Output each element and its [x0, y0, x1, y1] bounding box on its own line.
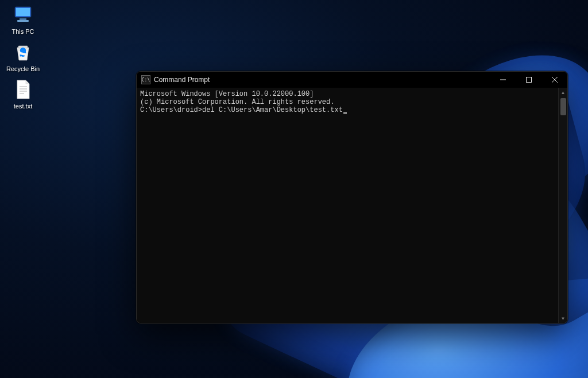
minimize-button[interactable]: [490, 72, 516, 88]
maximize-button[interactable]: [516, 72, 541, 88]
scroll-up-arrow-icon[interactable]: ▲: [559, 88, 567, 97]
terminal-output[interactable]: Microsoft Windows [Version 10.0.22000.10…: [137, 88, 558, 323]
desktop-icon-recycle-bin[interactable]: Recycle Bin: [2, 40, 44, 73]
maximize-icon: [526, 77, 532, 83]
recycle-bin-label: Recycle Bin: [6, 65, 40, 72]
command-prompt-window: C:\ Command Prompt Microsoft Windows [Ve…: [136, 71, 568, 324]
terminal-command: del C:\Users\Amar\Desktop\test.txt: [202, 106, 343, 114]
this-pc-label: This PC: [11, 28, 34, 35]
recycle-bin-icon: [11, 41, 34, 64]
this-pc-icon: [11, 3, 34, 26]
titlebar[interactable]: C:\ Command Prompt: [137, 72, 567, 88]
close-button[interactable]: [541, 72, 567, 88]
scrollbar[interactable]: ▲ ▼: [558, 88, 567, 323]
window-controls: [490, 72, 567, 88]
close-icon: [552, 77, 558, 83]
window-title: Command Prompt: [154, 76, 210, 84]
svg-rect-2: [20, 18, 26, 20]
desktop-icon-testtxt[interactable]: test.txt: [2, 77, 44, 111]
cmd-icon: C:\: [141, 75, 150, 84]
terminal-line: Microsoft Windows [Version 10.0.22000.10…: [140, 90, 555, 98]
terminal-prompt: C:\Users\droid>: [140, 106, 202, 114]
desktop-icon-this-pc[interactable]: This PC: [2, 2, 44, 36]
scroll-thumb[interactable]: [560, 98, 566, 115]
scroll-down-arrow-icon[interactable]: ▼: [559, 314, 567, 323]
svg-rect-1: [16, 8, 30, 16]
svg-rect-10: [526, 77, 531, 83]
desktop-icons-area: This PC Recycle Bin: [2, 2, 44, 111]
titlebar-left: C:\ Command Prompt: [141, 75, 210, 84]
testtxt-label: test.txt: [14, 103, 32, 110]
svg-rect-3: [17, 20, 29, 22]
terminal-line: (c) Microsoft Corporation. All rights re…: [140, 98, 555, 106]
minimize-icon: [500, 77, 506, 83]
text-file-icon: [11, 78, 34, 101]
cursor-icon: [343, 112, 347, 114]
terminal-prompt-line: C:\Users\droid>del C:\Users\Amar\Desktop…: [140, 106, 555, 114]
